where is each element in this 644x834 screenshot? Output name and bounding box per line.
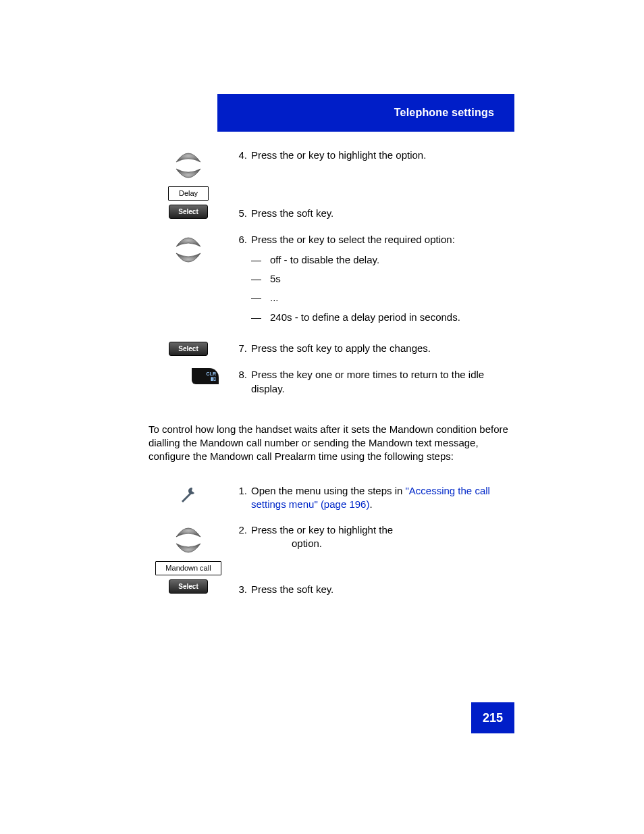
step-text: Press the soft key. <box>251 207 513 220</box>
step2-1: 1. Open the menu using the steps in "Acc… <box>149 484 513 512</box>
step-number: 4. <box>228 149 251 162</box>
mandown-call-option-key: Mandown call <box>155 561 221 575</box>
sub-item: —... <box>251 291 513 305</box>
step-number: 1. <box>228 484 251 498</box>
select-softkey: Select <box>169 205 208 219</box>
step-text: Press the or key to highlight the option… <box>251 523 513 589</box>
clr-key-icon: CLR▮▯ <box>192 368 219 384</box>
select-softkey: Select <box>169 342 208 357</box>
sub-item: —off - to disable the delay. <box>251 253 513 267</box>
nav-down-icon <box>173 167 203 182</box>
page-number: 215 <box>471 702 514 733</box>
step-number: 7. <box>228 342 251 355</box>
step-8: CLR▮▯ 8. Press the key one or more times… <box>149 368 513 396</box>
step-text: Press the key one or more times to retur… <box>251 368 513 396</box>
step-7: Select 7. Press the soft key to apply th… <box>149 342 513 357</box>
delay-option-key: Delay <box>168 186 209 201</box>
step-number: 6. <box>228 233 251 246</box>
sub-item: —240s - to define a delay period in seco… <box>251 311 513 324</box>
header-bar: Telephone settings <box>217 94 514 132</box>
step-text: Open the menu using the steps in "Access… <box>251 484 513 512</box>
step-number: 3. <box>228 583 251 596</box>
sub-item: —5s <box>251 272 513 286</box>
step-text: Press the soft key to apply the changes. <box>251 342 513 355</box>
header-title: Telephone settings <box>394 105 494 120</box>
nav-up-icon <box>173 523 203 538</box>
nav-up-icon <box>173 233 203 248</box>
step-6: 6. Press the or key to select the requir… <box>149 233 513 330</box>
step-number: 2. <box>228 523 251 537</box>
step-text: Press the or key to select the required … <box>251 233 513 330</box>
nav-down-icon <box>173 542 203 557</box>
select-softkey: Select <box>169 579 208 594</box>
page: Telephone settings Delay Select 4. Press… <box>0 0 644 834</box>
content: Delay Select 4. Press the or key to high… <box>149 149 513 609</box>
step-number: 5. <box>228 207 251 220</box>
intro-paragraph: To control how long the handset waits af… <box>149 423 513 464</box>
nav-down-icon <box>173 252 203 267</box>
step-number: 8. <box>228 368 251 382</box>
settings-wrench-icon <box>178 484 198 508</box>
nav-up-icon <box>173 149 203 163</box>
step-text: Press the soft key. <box>251 583 513 596</box>
step-text: Press the or key to highlight the option… <box>251 149 513 203</box>
